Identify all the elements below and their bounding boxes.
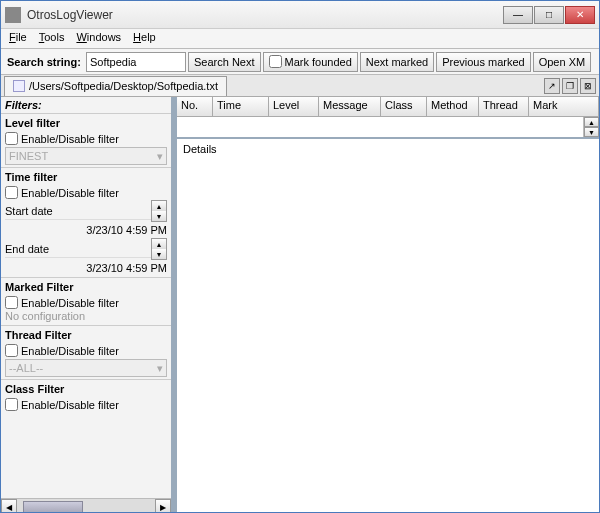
time-filter-group: Time filter Enable/Disable filter Start …	[1, 167, 171, 277]
col-class[interactable]: Class	[381, 97, 427, 116]
marked-filter-enable-checkbox[interactable]	[5, 296, 18, 309]
thread-filter-enable-checkbox[interactable]	[5, 344, 18, 357]
thread-filter-title: Thread Filter	[1, 327, 171, 343]
level-filter-enable-label: Enable/Disable filter	[21, 133, 119, 145]
scroll-right-arrow-icon[interactable]: ▶	[155, 499, 171, 513]
document-icon	[13, 80, 25, 92]
toolbar: Search string: Search Next Mark founded …	[1, 49, 599, 75]
minimize-button[interactable]: —	[503, 6, 533, 24]
level-filter-group: Level filter Enable/Disable filter FINES…	[1, 113, 171, 167]
log-table-body[interactable]: ▲▼	[177, 117, 599, 139]
table-vscrollbar[interactable]: ▲▼	[583, 117, 599, 137]
class-filter-enable-label: Enable/Disable filter	[21, 399, 119, 411]
details-panel: Details	[177, 139, 599, 513]
window-title: OtrosLogViewer	[27, 8, 503, 22]
chevron-down-icon: ▾	[157, 362, 163, 375]
search-label: Search string:	[7, 56, 81, 68]
tab-restore-icon[interactable]: ❐	[562, 78, 578, 94]
menu-tools[interactable]: Tools	[39, 31, 65, 46]
sidebar-hscrollbar[interactable]: ◀ ▶	[1, 498, 171, 513]
level-filter-title: Level filter	[1, 115, 171, 131]
search-input[interactable]	[86, 52, 186, 72]
time-filter-title: Time filter	[1, 169, 171, 185]
marked-filter-enable-label: Enable/Disable filter	[21, 297, 119, 309]
col-level[interactable]: Level	[269, 97, 319, 116]
menubar: File Tools Windows Help	[1, 29, 599, 49]
time-filter-enable-label: Enable/Disable filter	[21, 187, 119, 199]
end-date-value[interactable]: 3/23/10 4:59 PM	[1, 260, 171, 276]
tab-detatch-icon[interactable]: ↗	[544, 78, 560, 94]
start-date-value[interactable]: 3/23/10 4:59 PM	[1, 222, 171, 238]
level-filter-enable-checkbox[interactable]	[5, 132, 18, 145]
next-marked-button[interactable]: Next marked	[360, 52, 434, 72]
app-icon	[5, 7, 21, 23]
chevron-down-icon: ▾	[157, 150, 163, 163]
menu-help[interactable]: Help	[133, 31, 156, 46]
search-next-button[interactable]: Search Next	[188, 52, 261, 72]
level-filter-select[interactable]: FINEST▾	[5, 147, 167, 165]
class-filter-group: Class Filter Enable/Disable filter	[1, 379, 171, 413]
tab-close-icon[interactable]: ⊠	[580, 78, 596, 94]
close-button[interactable]: ✕	[565, 6, 595, 24]
window-titlebar: OtrosLogViewer — □ ✕	[1, 1, 599, 29]
col-mark[interactable]: Mark	[529, 97, 599, 116]
start-date-spinner[interactable]: ▲▼	[151, 200, 167, 222]
document-tabbar: /Users/Softpedia/Desktop/Softpedia.txt ↗…	[1, 75, 599, 97]
filters-sidebar: Filters: Level filter Enable/Disable fil…	[1, 97, 173, 513]
start-date-label: Start date	[5, 203, 151, 220]
scrollbar-thumb[interactable]	[23, 501, 83, 513]
marked-filter-group: Marked Filter Enable/Disable filter No c…	[1, 277, 171, 325]
class-filter-title: Class Filter	[1, 381, 171, 397]
marked-filter-noconf: No configuration	[1, 310, 171, 324]
end-date-label: End date	[5, 241, 151, 258]
filters-header: Filters:	[1, 97, 171, 113]
details-label: Details	[183, 143, 217, 155]
mark-founded-checkbox[interactable]	[269, 55, 282, 68]
thread-filter-select[interactable]: --ALL--▾	[5, 359, 167, 377]
mark-founded-button[interactable]: Mark founded	[263, 52, 358, 72]
col-time[interactable]: Time	[213, 97, 269, 116]
col-no[interactable]: No.	[177, 97, 213, 116]
previous-marked-button[interactable]: Previous marked	[436, 52, 531, 72]
col-method[interactable]: Method	[427, 97, 479, 116]
open-xml-button[interactable]: Open XM	[533, 52, 591, 72]
maximize-button[interactable]: □	[534, 6, 564, 24]
thread-filter-group: Thread Filter Enable/Disable filter --AL…	[1, 325, 171, 379]
main-panel: No. Time Level Message Class Method Thre…	[177, 97, 599, 513]
log-table-header: No. Time Level Message Class Method Thre…	[177, 97, 599, 117]
thread-filter-enable-label: Enable/Disable filter	[21, 345, 119, 357]
menu-file[interactable]: File	[9, 31, 27, 46]
col-thread[interactable]: Thread	[479, 97, 529, 116]
class-filter-enable-checkbox[interactable]	[5, 398, 18, 411]
document-tab[interactable]: /Users/Softpedia/Desktop/Softpedia.txt	[4, 76, 227, 96]
end-date-spinner[interactable]: ▲▼	[151, 238, 167, 260]
menu-windows[interactable]: Windows	[76, 31, 121, 46]
marked-filter-title: Marked Filter	[1, 279, 171, 295]
time-filter-enable-checkbox[interactable]	[5, 186, 18, 199]
document-tab-label: /Users/Softpedia/Desktop/Softpedia.txt	[29, 80, 218, 92]
scroll-left-arrow-icon[interactable]: ◀	[1, 499, 17, 513]
col-message[interactable]: Message	[319, 97, 381, 116]
